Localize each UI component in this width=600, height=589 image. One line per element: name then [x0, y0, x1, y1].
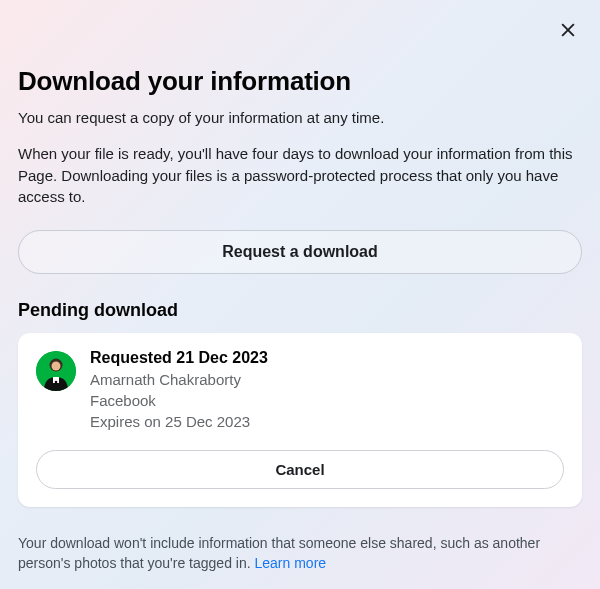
dialog-content: Download your information You can reques… — [18, 66, 582, 574]
requested-date: Requested 21 Dec 2023 — [90, 349, 564, 367]
request-download-button[interactable]: Request a download — [18, 230, 582, 274]
svg-point-4 — [52, 362, 61, 371]
close-icon — [558, 28, 578, 43]
expiry-date: Expires on 25 Dec 2023 — [90, 411, 564, 432]
cancel-button[interactable]: Cancel — [36, 450, 564, 489]
learn-more-link[interactable]: Learn more — [255, 555, 327, 571]
svg-point-6 — [55, 381, 58, 384]
close-button[interactable] — [554, 16, 582, 47]
footer-text: Your download won't include information … — [18, 533, 582, 574]
page-title: Download your information — [18, 66, 582, 97]
user-name: Amarnath Chakraborty — [90, 369, 564, 390]
pending-download-card: Requested 21 Dec 2023 Amarnath Chakrabor… — [18, 333, 582, 507]
card-row: Requested 21 Dec 2023 Amarnath Chakrabor… — [36, 349, 564, 432]
card-info: Requested 21 Dec 2023 Amarnath Chakrabor… — [90, 349, 564, 432]
platform-label: Facebook — [90, 390, 564, 411]
body-text: When your file is ready, you'll have fou… — [18, 143, 582, 208]
avatar — [36, 351, 76, 391]
pending-download-heading: Pending download — [18, 300, 582, 321]
intro-text: You can request a copy of your informati… — [18, 107, 582, 129]
